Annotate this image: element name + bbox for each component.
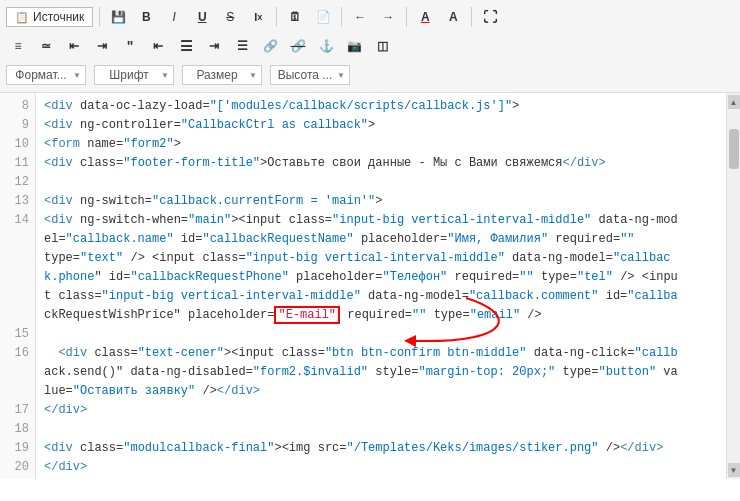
btn-blockquote[interactable]: " (118, 35, 142, 57)
ln-11: 11 (0, 154, 35, 173)
toolbar: 📋 Источник 💾 B I U S Ix 🗓 📄 ← → A A ⛶ ≡ (0, 0, 740, 93)
btn-italic[interactable]: I (162, 6, 186, 28)
ln-16a: 16 (0, 344, 35, 363)
code-line-14-3: type="text" /> <input class="input-big v… (44, 249, 718, 268)
code-line-21: </form> (44, 477, 718, 479)
ln-14b (0, 230, 35, 249)
btn-list-unordered[interactable]: ≡ (6, 35, 30, 57)
height-dropdown[interactable]: Высота ... (270, 65, 350, 85)
code-line-9: <div ng-controller="CallbackCtrl as call… (44, 116, 718, 135)
ln-15: 15 (0, 325, 35, 344)
btn-image[interactable]: 📷 (342, 35, 366, 57)
ln-17: 17 (0, 401, 35, 420)
btn-bold[interactable]: B (134, 6, 158, 28)
ln-8: 8 (0, 97, 35, 116)
divider5 (471, 7, 472, 27)
code-line-12 (44, 173, 718, 192)
line-numbers: 8 9 10 11 12 13 14 15 16 17 18 19 20 21 (0, 93, 36, 479)
btn-font-color[interactable]: A (413, 6, 437, 28)
font-dropdown[interactable]: Шрифт (94, 65, 174, 85)
code-line-17: </div> (44, 401, 718, 420)
code-line-16-1: <div class="text-cener"><input class="bt… (44, 344, 718, 363)
code-area[interactable]: <div data-oc-lazy-load="['modules/callba… (36, 93, 726, 479)
code-line-14-5: t class="input-big vertical-interval-mid… (44, 287, 718, 306)
ln-9: 9 (0, 116, 35, 135)
btn-justify[interactable]: ☰ (230, 35, 254, 57)
editor-wrapper: 📋 Источник 💾 B I U S Ix 🗓 📄 ← → A A ⛶ ≡ (0, 0, 740, 479)
scroll-up[interactable]: ▲ (728, 95, 740, 109)
btn-align-center[interactable]: ☰ (174, 35, 198, 57)
ln-14e (0, 287, 35, 306)
divider2 (276, 7, 277, 27)
btn-fullscreen[interactable]: ⛶ (478, 6, 502, 28)
code-line-15 (44, 325, 718, 344)
format-dropdown[interactable]: Формат... (6, 65, 86, 85)
btn-align-left[interactable]: ⇤ (146, 35, 170, 57)
code-line-10: <form name="form2"> (44, 135, 718, 154)
btn-list-ordered[interactable]: ≃ (34, 35, 58, 57)
btn-undo[interactable]: ← (348, 6, 372, 28)
ln-14c (0, 249, 35, 268)
btn-anchor[interactable]: ⚓ (314, 35, 338, 57)
btn-link[interactable]: 🔗 (258, 35, 282, 57)
source-icon: 📋 (15, 11, 29, 24)
btn-subscript[interactable]: Ix (246, 6, 270, 28)
btn-align-right[interactable]: ⇥ (202, 35, 226, 57)
scrollbar[interactable]: ▲ ▼ (726, 93, 740, 479)
ln-16c (0, 382, 35, 401)
ln-14f (0, 306, 35, 325)
code-line-14-6: ckRequestWishPrice" placeholder="E-mail"… (44, 306, 718, 325)
code-line-14-1: <div ng-switch-when="main"><input class=… (44, 211, 718, 230)
scroll-down[interactable]: ▼ (728, 463, 740, 477)
ln-20: 20 (0, 458, 35, 477)
ln-21: 21 (0, 477, 35, 479)
btn-highlight[interactable]: A (441, 6, 465, 28)
code-line-8: <div data-oc-lazy-load="['modules/callba… (44, 97, 718, 116)
toolbar-row3: Формат... Шрифт Размер Высота ... (6, 62, 734, 88)
btn-redo[interactable]: → (376, 6, 400, 28)
code-editor: 8 9 10 11 12 13 14 15 16 17 18 19 20 21 … (0, 93, 740, 479)
code-line-14-2: el="callback.name" id="callbackRequestNa… (44, 230, 718, 249)
btn-unlink[interactable]: 🔗 (286, 35, 310, 57)
code-line-16-2: ack.send()" data-ng-disabled="form2.$inv… (44, 363, 718, 382)
source-button[interactable]: 📋 Источник (6, 7, 93, 27)
code-line-19: <div class="modulcallback-final"><img sr… (44, 439, 718, 458)
ln-13: 13 (0, 192, 35, 211)
btn-indent-right[interactable]: ⇥ (90, 35, 114, 57)
toolbar-row1: 📋 Источник 💾 B I U S Ix 🗓 📄 ← → A A ⛶ (6, 4, 734, 30)
ln-14d (0, 268, 35, 287)
scroll-thumb[interactable] (729, 129, 739, 169)
ln-19: 19 (0, 439, 35, 458)
btn-save[interactable]: 💾 (106, 6, 130, 28)
btn-underline[interactable]: U (190, 6, 214, 28)
divider3 (341, 7, 342, 27)
code-line-11: <div class="footer-form-title">Оставьте … (44, 154, 718, 173)
code-line-20: </div> (44, 458, 718, 477)
toolbar-row2: ≡ ≃ ⇤ ⇥ " ⇤ ☰ ⇥ ☰ 🔗 🔗 ⚓ 📷 ◫ (6, 33, 734, 59)
source-label: Источник (33, 10, 84, 24)
code-line-16-3: lue="Оставить заявку" /></div> (44, 382, 718, 401)
size-dropdown[interactable]: Размер (182, 65, 262, 85)
code-line-18 (44, 420, 718, 439)
ln-18: 18 (0, 420, 35, 439)
code-line-14-4: k.phone" id="callbackRequestPhone" place… (44, 268, 718, 287)
ln-14a: 14 (0, 211, 35, 230)
code-line-13: <div ng-switch="callback.currentForm = '… (44, 192, 718, 211)
btn-table[interactable]: ◫ (370, 35, 394, 57)
btn-indent-left[interactable]: ⇤ (62, 35, 86, 57)
divider4 (406, 7, 407, 27)
btn-strikethrough[interactable]: S (218, 6, 242, 28)
ln-12: 12 (0, 173, 35, 192)
btn-copy[interactable]: 🗓 (283, 6, 307, 28)
ln-16b (0, 363, 35, 382)
btn-paste[interactable]: 📄 (311, 6, 335, 28)
divider1 (99, 7, 100, 27)
ln-10: 10 (0, 135, 35, 154)
